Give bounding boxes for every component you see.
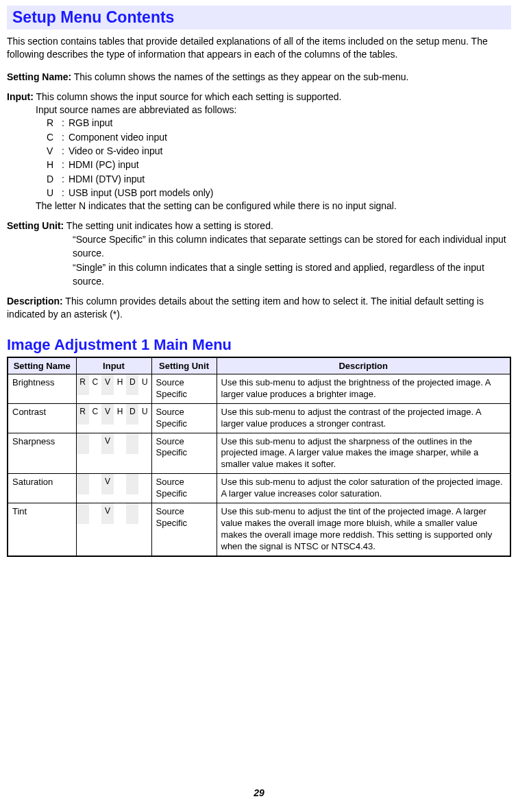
def-label: Setting Name:	[7, 71, 71, 82]
cell-setting-unit: Source Specific	[151, 433, 217, 474]
abbrev-code: D	[47, 172, 58, 186]
input-slot	[114, 433, 126, 454]
def-text: “Source Specific” in this column indicat…	[73, 232, 511, 261]
input-slot: C	[89, 404, 101, 425]
cell-description: Use this sub-menu to adjust the sharpnes…	[217, 433, 510, 474]
input-slot	[126, 433, 138, 454]
abbrev-desc: USB input (USB port models only)	[69, 186, 214, 200]
abbrev-desc: HDMI (PC) input	[69, 158, 139, 171]
cell-description: Use this sub-menu to adjust the brightne…	[217, 374, 510, 403]
cell-input: V	[76, 503, 151, 556]
input-slot	[114, 503, 126, 524]
page-number: 29	[0, 787, 518, 798]
table-row: SharpnessVSource SpecificUse this sub-me…	[8, 433, 510, 474]
cell-description: Use this sub-menu to adjust the color sa…	[217, 474, 510, 503]
input-slot: R	[77, 404, 89, 425]
table-header: Setting Name	[8, 357, 76, 374]
input-slot	[138, 433, 151, 454]
abbrev-desc: HDMI (DTV) input	[69, 172, 145, 186]
abbrev-code: R	[47, 116, 58, 130]
input-slot	[77, 433, 89, 454]
def-text: “Single” in this column indicates that a…	[73, 261, 511, 289]
input-slot	[126, 503, 138, 524]
table-row: BrightnessRCVHDUSource SpecificUse this …	[8, 374, 510, 403]
def-input: Input: This column shows the input sourc…	[7, 91, 511, 213]
input-slot: V	[101, 433, 114, 454]
input-slot: H	[114, 374, 126, 395]
abbrev-code: C	[47, 130, 58, 144]
abbrev-desc: RGB input	[69, 116, 113, 130]
input-slot: V	[101, 404, 114, 425]
def-label: Input:	[7, 91, 34, 102]
abbrev-row: C:Component video input	[47, 130, 511, 144]
def-setting-unit: Setting Unit: The setting unit indicates…	[7, 219, 511, 288]
table-row: SaturationVSource SpecificUse this sub-m…	[8, 474, 510, 503]
intro-paragraph: This section contains tables that provid…	[7, 35, 511, 61]
cell-setting-name: Saturation	[8, 474, 76, 503]
def-text: Input source names are abbreviated as fo…	[36, 104, 511, 117]
table-header: Setting Unit	[151, 357, 217, 374]
input-slot	[89, 433, 101, 454]
abbrev-row: D:HDMI (DTV) input	[47, 172, 511, 186]
def-text: This column shows the input source for w…	[36, 91, 342, 102]
def-setting-name: Setting Name: This column shows the name…	[7, 71, 511, 84]
section-header: Setup Menu Contents	[7, 5, 511, 29]
input-slot: V	[101, 503, 114, 524]
cell-setting-unit: Source Specific	[151, 503, 217, 556]
def-text: The setting unit indicates how a setting…	[66, 220, 273, 231]
abbrev-code: V	[47, 144, 58, 158]
def-text: This column shows the names of the setti…	[74, 71, 409, 82]
abbrev-code: U	[47, 186, 58, 200]
cell-setting-unit: Source Specific	[151, 374, 217, 403]
cell-setting-name: Brightness	[8, 374, 76, 403]
abbrev-row: U:USB input (USB port models only)	[47, 186, 511, 200]
def-text: This column provides details about the s…	[7, 296, 484, 320]
input-slot: U	[138, 404, 151, 425]
input-slot	[138, 474, 151, 494]
abbrev-sep: :	[62, 172, 64, 186]
abbrev-code: H	[47, 158, 58, 171]
abbreviation-list: R:RGB input C:Component video input V:Vi…	[47, 116, 511, 200]
def-text: The letter N indicates that the setting …	[36, 200, 511, 213]
def-description: Description: This column provides detail…	[7, 295, 511, 321]
cell-description: Use this sub-menu to adjust the tint of …	[217, 503, 510, 556]
abbrev-sep: :	[62, 158, 64, 171]
input-slot: H	[114, 404, 126, 425]
table-row: TintVSource SpecificUse this sub-menu to…	[8, 503, 510, 556]
input-slot: V	[101, 374, 114, 395]
settings-table: Setting Name Input Setting Unit Descript…	[7, 357, 511, 557]
input-slot	[138, 503, 151, 524]
input-slot: U	[138, 374, 151, 395]
input-slot	[89, 503, 101, 524]
cell-input: RCVHDU	[76, 374, 151, 403]
abbrev-row: H:HDMI (PC) input	[47, 158, 511, 171]
cell-description: Use this sub-menu to adjust the contrast…	[217, 403, 510, 433]
input-slot: C	[89, 374, 101, 395]
input-slot	[114, 474, 126, 494]
table-header: Description	[217, 357, 510, 374]
def-label: Description:	[7, 296, 63, 307]
input-slot: D	[126, 404, 138, 425]
cell-setting-unit: Source Specific	[151, 474, 217, 503]
abbrev-desc: Video or S-video input	[69, 144, 163, 158]
abbrev-row: V:Video or S-video input	[47, 144, 511, 158]
abbrev-sep: :	[62, 116, 64, 130]
abbrev-sep: :	[62, 130, 64, 144]
table-header-row: Setting Name Input Setting Unit Descript…	[8, 357, 510, 374]
cell-setting-name: Tint	[8, 503, 76, 556]
input-slot: V	[101, 474, 114, 494]
cell-input: RCVHDU	[76, 403, 151, 433]
abbrev-row: R:RGB input	[47, 116, 511, 130]
abbrev-desc: Component video input	[69, 130, 167, 144]
abbrev-sep: :	[62, 144, 64, 158]
abbrev-sep: :	[62, 186, 64, 200]
table-row: ContrastRCVHDUSource SpecificUse this su…	[8, 403, 510, 433]
input-slot	[89, 474, 101, 494]
cell-input: V	[76, 474, 151, 503]
subsection-header: Image Adjustment 1 Main Menu	[7, 336, 511, 354]
input-slot	[126, 474, 138, 494]
cell-input: V	[76, 433, 151, 474]
input-slot	[77, 503, 89, 524]
cell-setting-name: Sharpness	[8, 433, 76, 474]
table-header: Input	[76, 357, 151, 374]
